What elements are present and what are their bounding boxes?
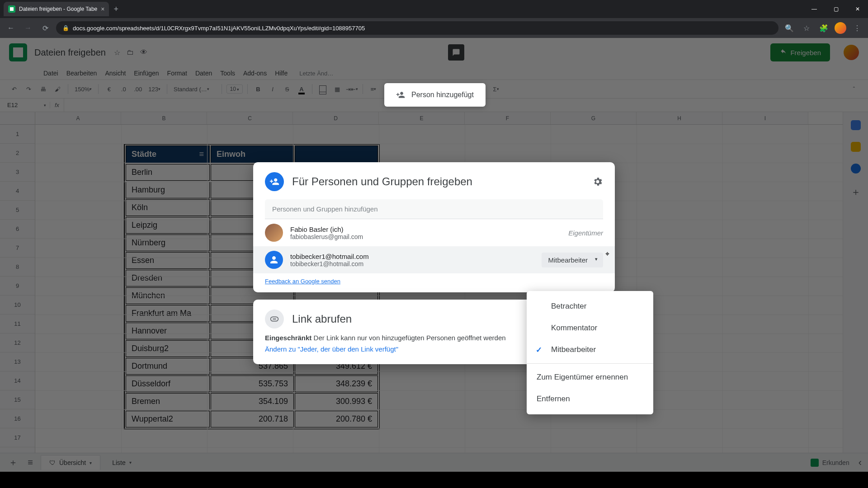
nav-reload-icon[interactable]: ⟳ [39,22,52,34]
share-person-row-owner: Fabio Basler (ich) fabiobaslerus@gmail.c… [253,219,615,246]
share-settings-gear-icon[interactable] [592,176,603,187]
avatar [265,224,283,242]
extensions-icon[interactable]: 🧩 [817,22,830,34]
person-add-icon [396,90,405,99]
browser-titlebar: Dateien freigeben - Google Tabe × + — ▢ … [0,0,868,18]
role-option-editor[interactable]: Mitbearbeiter [527,339,653,361]
role-option-viewer[interactable]: Betrachter [527,296,653,317]
toast-person-added: Person hinzugefügt [384,83,486,107]
tab-close-icon[interactable]: × [101,5,104,13]
sheets-favicon [8,5,15,13]
zoom-icon[interactable]: 🔍 [783,22,796,34]
window-maximize[interactable]: ▢ [826,0,846,18]
chrome-menu-icon[interactable]: ⋮ [851,22,863,34]
role-owner-label: Eigentümer [568,229,603,237]
tab-title: Dateien freigeben - Google Tabe [19,6,97,12]
url-text: docs.google.com/spreadsheets/d/1L0CRXrgx… [73,25,365,32]
window-minimize[interactable]: — [804,0,825,18]
link-card-title: Link abrufen [292,313,352,325]
share-add-people-input[interactable]: Personen und Gruppen hinzufügen [265,199,603,219]
bookmark-icon[interactable]: ☆ [800,22,813,34]
window-close[interactable]: ✕ [847,0,868,18]
avatar [265,251,283,269]
people-icon [265,172,284,191]
feedback-link[interactable]: Feedback an Google senden [265,278,340,285]
toast-text: Person hinzugefügt [411,91,474,99]
omnibox[interactable]: 🔒 docs.google.com/spreadsheets/d/1L0CRXr… [56,21,778,35]
share-input-placeholder: Personen und Gruppen hinzufügen [272,205,378,213]
person-email: tobibecker1@hotmail.com [290,260,369,267]
chrome-profile-avatar[interactable] [835,22,846,34]
link-restricted-desc: Der Link kann nur von hinzugefügten Pers… [314,334,506,342]
link-change-visibility[interactable]: Ändern zu "Jeder, der über den Link verf… [265,345,398,353]
link-restricted-label: Eingeschränkt [265,334,311,342]
role-action-remove[interactable]: Entfernen [527,388,653,410]
lock-icon: 🔒 [62,25,69,31]
share-person-row: tobibecker1@hotmail.com tobibecker1@hotm… [253,246,615,273]
role-option-commenter[interactable]: Kommentator [527,317,653,339]
share-dialog-title: Für Personen und Gruppen freigeben [292,175,472,188]
person-email: fabiobaslerus@gmail.com [290,233,363,240]
browser-address-bar: ← → ⟳ 🔒 docs.google.com/spreadsheets/d/1… [0,18,868,38]
cursor-icon: ⌖ [605,250,609,258]
browser-tab[interactable]: Dateien freigeben - Google Tabe × [4,2,109,16]
person-name: Fabio Basler (ich) [290,225,363,233]
link-icon [265,310,284,328]
nav-back-icon[interactable]: ← [5,22,17,34]
role-action-make-owner[interactable]: Zum Eigentümer ernennen [527,366,653,388]
nav-forward-icon[interactable]: → [22,22,34,34]
role-dropdown-menu: Betrachter Kommentator Mitbearbeiter Zum… [527,291,653,414]
new-tab-button[interactable]: + [113,5,118,14]
role-select-dropdown[interactable]: Mitbearbeiter [542,253,603,267]
person-name: tobibecker1@hotmail.com [290,253,369,260]
